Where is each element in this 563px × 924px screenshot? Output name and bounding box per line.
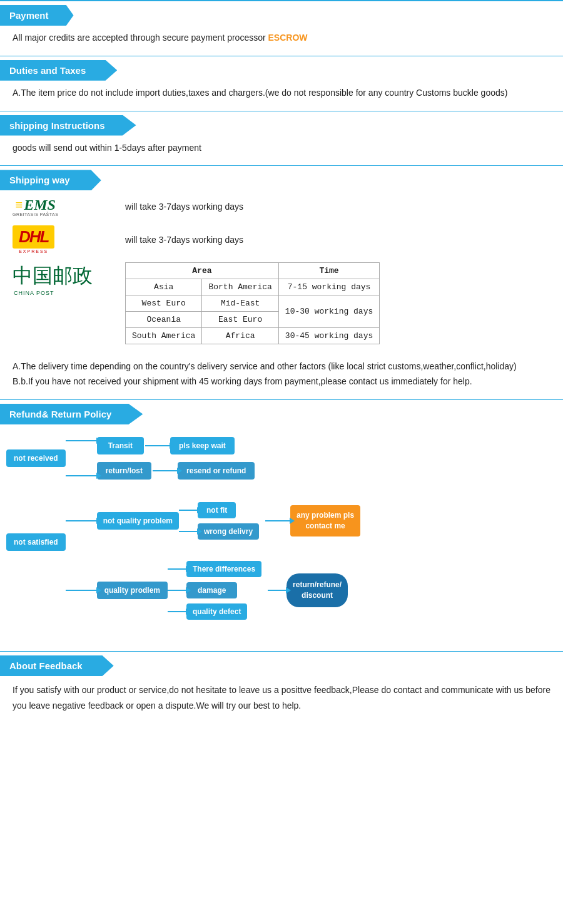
dhl-row: DHL EXPRESS will take 3-7days working da…	[13, 225, 550, 254]
table-header-area: Area	[126, 263, 279, 279]
shipping-way-title: Shipping way	[9, 175, 70, 185]
dhl-letters: DHL	[19, 227, 48, 246]
table-cell: South America	[126, 328, 202, 344]
arrow-returnlost	[96, 473, 101, 479]
arrow-transit	[96, 438, 101, 444]
quality-problem-branch: quality prodlem There differences	[66, 561, 360, 620]
there-diff-box: There differences	[186, 561, 261, 577]
line-dmg	[168, 590, 186, 591]
line-to-transit	[66, 440, 97, 441]
not-quality-box: not quality problem	[97, 512, 179, 530]
refund-title: Refund& Return Policy	[9, 409, 111, 419]
quality-problem-box: quality prodlem	[97, 582, 168, 599]
arrow-resend	[177, 468, 182, 474]
payment-section: Payment All major credits are accepted t…	[0, 0, 563, 56]
shipping-instructions-content: goods will send out within 1-5days after…	[0, 136, 563, 166]
table-cell: Borth America	[202, 279, 278, 295]
payment-title: Payment	[9, 10, 49, 21]
shipping-way-content: ≡ EMS GREITASIS PAŠTAS will take 3-7days…	[0, 190, 563, 354]
damage-box: damage	[186, 582, 237, 598]
quality-defect-branch: quality defect	[168, 603, 261, 620]
quality-defect-box: quality defect	[186, 603, 247, 620]
ems-text: will take 3-7days working days	[125, 202, 243, 212]
arrow-wait	[170, 443, 175, 449]
table-cell: 30-45 working days	[278, 328, 379, 344]
table-cell: 10-30 working days	[278, 295, 379, 328]
line-nf	[179, 510, 198, 511]
arrow-any-problem	[290, 518, 295, 524]
shipping-note-b: B.b.If you have not received your shipme…	[13, 374, 550, 389]
not-quality-branch: not quality problem not fit	[66, 502, 360, 540]
return-lost-box: return/lost	[97, 462, 151, 480]
ems-letters: EMS	[24, 197, 56, 213]
table-cell: East Euro	[202, 312, 278, 328]
arrow-td	[186, 566, 191, 572]
quality-subbranches: There differences damage	[168, 561, 261, 620]
table-cell: 7-15 working days	[278, 279, 379, 295]
table-cell: Asia	[126, 279, 202, 295]
resend-refund-box: resend or refund	[178, 462, 255, 480]
pls-keep-wait-box: pls keep wait	[170, 437, 235, 454]
duties-text: A.The item price do not include import d…	[13, 88, 507, 98]
table-cell: West Euro	[126, 295, 202, 312]
not-received-box: not received	[6, 449, 66, 467]
shipping-instructions-title: shipping Instructions	[9, 120, 105, 131]
line-to-return-refund	[268, 590, 287, 591]
china-post-english: CHINA POST	[14, 290, 113, 296]
damage-branch: damage	[168, 582, 261, 598]
line-to-returnlost	[66, 475, 97, 476]
line-td	[168, 568, 186, 570]
not-satisfied-group: not satisfied not quality problem	[6, 502, 557, 620]
dhl-express-label: EXPRESS	[13, 249, 54, 254]
table-row: Asia Borth America 7-15 working days	[126, 279, 380, 295]
ems-subtitle: GREITASIS PAŠTAS	[13, 212, 58, 217]
china-post-table: Area Time Asia Borth America 7-15 workin…	[125, 262, 380, 344]
shipping-instructions-section: shipping Instructions goods will send ou…	[0, 111, 563, 166]
feedback-content: If you satisfy with our product or servi…	[0, 676, 563, 726]
arrow-nq	[96, 518, 101, 524]
line-to-any-problem	[265, 520, 290, 521]
ems-row: ≡ EMS GREITASIS PAŠTAS will take 3-7days…	[13, 197, 550, 217]
line-qp	[66, 590, 97, 591]
line-wd	[179, 531, 198, 532]
table-cell: Oceania	[126, 312, 202, 328]
duties-title: Duties and Taxes	[9, 65, 86, 76]
arrow-nf	[197, 507, 202, 513]
line-transit-wait	[145, 445, 170, 446]
line-nq	[66, 520, 97, 521]
china-post-row: 中国邮政 CHINA POST Area Time Asia Borth Ame…	[13, 262, 550, 344]
shipping-notes: A.The delivery time depending on the cou…	[0, 354, 563, 399]
duties-section: Duties and Taxes A.The item price do not…	[0, 56, 563, 111]
duties-content: A.The item price do not include import d…	[0, 81, 563, 111]
arrow-qp	[96, 587, 101, 593]
payment-text: All major credits are accepted through s…	[13, 33, 266, 43]
shipping-instructions-text: goods will send out within 1-5days after…	[13, 143, 201, 153]
ems-lightning-icon: ≡	[15, 198, 23, 212]
feedback-title: About Feedback	[9, 660, 83, 671]
dhl-text: will take 3-7days working days	[125, 235, 243, 245]
line-qd	[168, 611, 186, 612]
not-satisfied-box: not satisfied	[6, 533, 66, 551]
line-returnlost-resend	[153, 470, 178, 471]
not-received-flow: not received Transit pls keep wait	[6, 437, 557, 620]
transit-branch: Transit pls keep wait	[66, 437, 255, 454]
table-cell: Africa	[202, 328, 278, 344]
return-lost-branch: return/lost resend or refund	[66, 462, 255, 480]
table-row: West Euro Mid-East 10-30 working days	[126, 295, 380, 312]
escrow-label: ESCROW	[268, 33, 308, 43]
wrong-delivery-branch: wrong delivry	[179, 523, 259, 540]
arrow-qd	[186, 608, 191, 615]
arrow-dmg	[186, 587, 191, 593]
wrong-delivery-box: wrong delivry	[198, 523, 259, 540]
shipping-note-a: A.The delivery time depending on the cou…	[13, 359, 550, 374]
not-received-branches: Transit pls keep wait return/lost	[66, 437, 255, 480]
table-row: South America Africa 30-45 working days	[126, 328, 380, 344]
payment-content: All major credits are accepted through s…	[0, 26, 563, 56]
there-diff-branch: There differences	[168, 561, 261, 577]
return-refund-box: return/refune/discount	[287, 573, 348, 607]
not-quality-subbranches: not fit wrong delivry	[179, 502, 259, 540]
not-received-group: not received Transit pls keep wait	[6, 437, 557, 480]
refund-diagram: not received Transit pls keep wait	[0, 424, 563, 651]
arrow-return-refund	[286, 587, 291, 593]
table-cell: Mid-East	[202, 295, 278, 312]
